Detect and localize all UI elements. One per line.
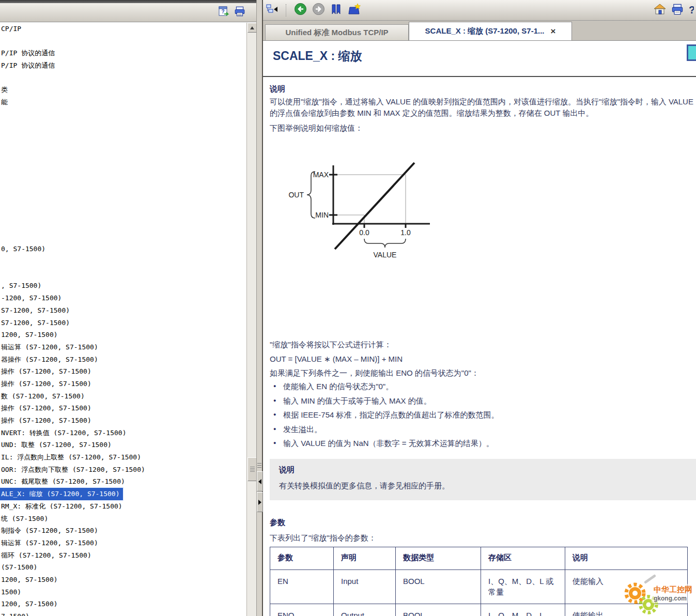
tree-item[interactable]: CP/IP (0, 23, 21, 35)
help-icon[interactable]: ? (689, 4, 694, 16)
param-table-header: 声明 (334, 547, 396, 570)
tree-item[interactable]: 能 (0, 96, 8, 109)
tree-item[interactable]: P/IP 协议的通信 (0, 47, 55, 59)
tree-item[interactable]: -1200, S7-1500) (0, 292, 61, 304)
tree-scrollbar[interactable] (246, 23, 256, 616)
tree-item[interactable]: RM_X: 标准化 (S7-1200, S7-1500) (0, 500, 122, 513)
article-content: SCALE_X : 缩放 说明 可以使用"缩放"指令，通过将输入 VALUE 的… (263, 41, 696, 616)
value-brace-icon (364, 239, 406, 248)
tree-item[interactable]: 1200, S7-1500) (0, 598, 58, 610)
tree-item[interactable]: 辑运算 (S7-1200, S7-1500) (0, 537, 98, 549)
tree-item[interactable] (0, 109, 1, 121)
thumb-grip-icon (250, 467, 255, 472)
tree-item[interactable] (0, 268, 1, 280)
forward-icon[interactable] (312, 3, 325, 18)
tree-item[interactable]: 操作 (S7-1200, S7-1500) (0, 378, 91, 390)
min-label: MIN (315, 211, 329, 219)
help-topic-jump-icon[interactable]: ? (218, 6, 229, 19)
tab-scale-x[interactable]: SCALE_X : 缩放 (S7-1200, S7-1... × (409, 22, 572, 40)
tree-item[interactable] (0, 158, 1, 170)
content-panel: ? Unified 标准 Modbus TCP/IP SCALE_X : 缩放 … (263, 0, 696, 616)
collapse-right-button[interactable] (257, 492, 263, 512)
tree-item[interactable]: 操作 (S7-1200, S7-1500) (0, 365, 91, 378)
toggle-tree-icon[interactable] (265, 3, 279, 18)
description-paragraph: 可以使用"缩放"指令，通过将输入 VALUE 的值映射到指定的值范围内，对该值进… (270, 96, 696, 119)
tree-item[interactable]: P/IP 协议的通信 (0, 59, 55, 72)
param-table-header: 参数 (270, 547, 334, 570)
param-table-cell: I、Q、M、D、L 或常量 (481, 570, 565, 604)
param-table-header: 数据类型 (396, 547, 481, 570)
tree-item[interactable]: 操作 (S7-1200, S7-1500) (0, 402, 91, 414)
tree-item[interactable] (0, 219, 1, 231)
condition-item: 输入 VALUE 的值为 NaN（非数字 = 无效算术运算的结果）。 (270, 436, 693, 451)
tree-item[interactable]: 1200, S7-1500) (0, 329, 58, 341)
table-header-row: 参数声明数据类型存储区说明 (270, 547, 688, 570)
home-icon[interactable] (654, 3, 666, 18)
back-icon[interactable] (294, 3, 307, 18)
tree-item[interactable]: 循环 (S7-1200, S7-1500) (0, 549, 91, 562)
note-text: 有关转换模拟值的更多信息，请参见相应的手册。 (279, 480, 687, 491)
page-title: SCALE_X : 缩放 (273, 48, 362, 64)
tab-unified-modbus[interactable]: Unified 标准 Modbus TCP/IP (265, 24, 409, 40)
condition-item: 发生溢出。 (270, 422, 693, 437)
note-box: 说明 有关转换模拟值的更多信息，请参见相应的手册。 (270, 459, 696, 500)
tree-item[interactable] (0, 145, 1, 158)
tree-item[interactable]: 1500) (0, 586, 21, 598)
panel-splitter[interactable] (256, 0, 263, 616)
close-tab-icon[interactable]: × (550, 26, 555, 37)
tree-item[interactable]: ALE_X: 缩放 (S7-1200, S7-1500) (0, 488, 123, 500)
tree-item[interactable]: , S7-1500) (0, 280, 41, 292)
tree-item[interactable] (0, 182, 1, 194)
value-label: VALUE (374, 251, 397, 259)
description-heading: 说明 (270, 84, 285, 94)
tree-item[interactable]: IL: 浮点数向上取整 (S7-1200, S7-1500) (0, 451, 141, 464)
tree-item[interactable]: UND: 取整 (S7-1200, S7-1500) (0, 439, 112, 451)
out-label: OUT (288, 191, 304, 199)
bookmarks-icon[interactable] (330, 3, 343, 18)
tree-item[interactable]: S7-1200, S7-1500) (0, 304, 70, 317)
arrow-left-icon (258, 479, 261, 484)
param-table-cell: ENO (270, 604, 334, 616)
tree-item[interactable]: 统 (S7-1500) (0, 513, 48, 525)
tree-item[interactable] (0, 72, 1, 84)
tree-item[interactable]: (S7-1500) (0, 561, 37, 574)
tree-item[interactable] (0, 231, 1, 243)
param-table-cell: I、Q、M、D、L (481, 604, 565, 616)
tree-item[interactable] (0, 206, 1, 219)
print-icon[interactable] (671, 3, 684, 18)
tree-item[interactable]: 操作 (S7-1200, S7-1500) (0, 414, 91, 427)
tree-item[interactable] (0, 255, 1, 268)
help-viewer-window: ? CP/IPP/IP 协议的通信P/IP 协议的通信类能0, S7-1500)… (0, 0, 696, 616)
param-table-cell: Output (334, 604, 396, 616)
clipped-corner-icon[interactable] (687, 44, 696, 61)
tree-item[interactable]: 数 (S7-1200, S7-1500) (0, 390, 85, 403)
scrollbar-thumb[interactable] (248, 457, 257, 481)
tree-item[interactable]: NVERT: 转换值 (S7-1200, S7-1500) (0, 427, 127, 439)
tree-item[interactable]: 1200, S7-1500) (0, 574, 58, 586)
new-tab-icon[interactable] (348, 3, 361, 18)
collapse-left-button[interactable] (257, 471, 263, 491)
scroll-up-button[interactable] (248, 23, 257, 33)
tree-item[interactable] (0, 170, 1, 182)
tree-item[interactable] (0, 121, 1, 133)
tree-item[interactable]: 制指令 (S7-1200, S7-1500) (0, 525, 98, 537)
tree-item[interactable]: 7-1500) (0, 610, 29, 616)
help-tree: CP/IPP/IP 协议的通信P/IP 协议的通信类能0, S7-1500), … (0, 23, 246, 616)
tab-label: Unified 标准 Modbus TCP/IP (285, 28, 388, 38)
tree-item[interactable]: UNC: 截尾取整 (S7-1200, S7-1500) (0, 475, 125, 488)
tree-item[interactable] (0, 35, 1, 48)
tab-bar: Unified 标准 Modbus TCP/IP SCALE_X : 缩放 (S… (263, 21, 696, 41)
tree-item[interactable]: S7-1200, S7-1500) (0, 317, 70, 329)
tree-item[interactable] (0, 133, 1, 145)
param-table-cell: BOOL (396, 604, 481, 616)
title-divider (263, 76, 696, 77)
tree-item[interactable]: 辑运算 (S7-1200, S7-1500) (0, 341, 98, 353)
tree-item[interactable] (0, 194, 1, 207)
arrow-right-icon (258, 500, 261, 505)
splitter-grip-icon[interactable] (257, 463, 261, 469)
print-icon[interactable] (234, 6, 245, 19)
tree-item[interactable]: 0, S7-1500) (0, 243, 45, 255)
tree-item[interactable]: 器操作 (S7-1200, S7-1500) (0, 353, 98, 366)
tree-item[interactable]: OOR: 浮点数向下取整 (S7-1200, S7-1500) (0, 464, 145, 476)
tree-item[interactable]: 类 (0, 84, 8, 96)
